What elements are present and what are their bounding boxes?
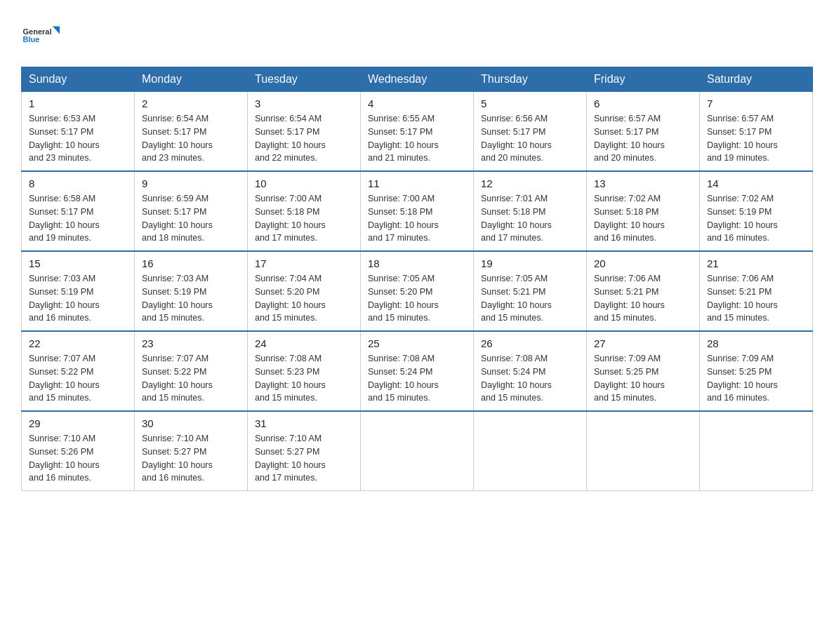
calendar-cell: 24 Sunrise: 7:08 AMSunset: 5:23 PMDaylig… xyxy=(248,331,361,411)
logo: General Blue xyxy=(21,14,60,53)
day-info: Sunrise: 7:02 AMSunset: 5:19 PMDaylight:… xyxy=(707,194,778,243)
calendar-cell: 5 Sunrise: 6:56 AMSunset: 5:17 PMDayligh… xyxy=(474,92,587,172)
calendar-cell: 22 Sunrise: 7:07 AMSunset: 5:22 PMDaylig… xyxy=(22,331,135,411)
calendar-cell: 1 Sunrise: 6:53 AMSunset: 5:17 PMDayligh… xyxy=(22,92,135,172)
calendar-cell: 12 Sunrise: 7:01 AMSunset: 5:18 PMDaylig… xyxy=(474,171,587,251)
day-info: Sunrise: 7:05 AMSunset: 5:20 PMDaylight:… xyxy=(368,274,439,323)
day-number: 26 xyxy=(481,337,579,349)
calendar-cell: 4 Sunrise: 6:55 AMSunset: 5:17 PMDayligh… xyxy=(361,92,474,172)
week-row-3: 15 Sunrise: 7:03 AMSunset: 5:19 PMDaylig… xyxy=(22,251,813,331)
day-number: 20 xyxy=(594,257,692,269)
day-number: 25 xyxy=(368,337,466,349)
calendar-cell: 16 Sunrise: 7:03 AMSunset: 5:19 PMDaylig… xyxy=(135,251,248,331)
day-info: Sunrise: 7:02 AMSunset: 5:18 PMDaylight:… xyxy=(594,194,665,243)
day-number: 23 xyxy=(142,337,240,349)
day-number: 15 xyxy=(29,257,127,269)
day-number: 28 xyxy=(707,337,805,349)
day-info: Sunrise: 7:08 AMSunset: 5:24 PMDaylight:… xyxy=(481,354,552,403)
day-info: Sunrise: 7:03 AMSunset: 5:19 PMDaylight:… xyxy=(142,274,213,323)
calendar-cell: 3 Sunrise: 6:54 AMSunset: 5:17 PMDayligh… xyxy=(248,92,361,172)
header-friday: Friday xyxy=(587,67,700,92)
calendar-cell: 21 Sunrise: 7:06 AMSunset: 5:21 PMDaylig… xyxy=(700,251,813,331)
day-number: 31 xyxy=(255,417,353,429)
calendar-cell: 7 Sunrise: 6:57 AMSunset: 5:17 PMDayligh… xyxy=(700,92,813,172)
day-info: Sunrise: 7:07 AMSunset: 5:22 PMDaylight:… xyxy=(29,354,100,403)
header-sunday: Sunday xyxy=(22,67,135,92)
day-info: Sunrise: 6:57 AMSunset: 5:17 PMDaylight:… xyxy=(594,114,665,163)
day-info: Sunrise: 6:58 AMSunset: 5:17 PMDaylight:… xyxy=(29,194,100,243)
svg-text:Blue: Blue xyxy=(23,35,40,43)
day-info: Sunrise: 7:10 AMSunset: 5:26 PMDaylight:… xyxy=(29,434,100,483)
day-number: 10 xyxy=(255,177,353,189)
day-info: Sunrise: 7:06 AMSunset: 5:21 PMDaylight:… xyxy=(707,274,778,323)
day-number: 30 xyxy=(142,417,240,429)
calendar-cell: 11 Sunrise: 7:00 AMSunset: 5:18 PMDaylig… xyxy=(361,171,474,251)
day-info: Sunrise: 7:08 AMSunset: 5:24 PMDaylight:… xyxy=(368,354,439,403)
day-number: 1 xyxy=(29,98,127,109)
day-number: 8 xyxy=(29,177,127,189)
svg-text:General: General xyxy=(23,27,52,36)
page-header: General Blue xyxy=(21,14,813,53)
calendar-cell: 2 Sunrise: 6:54 AMSunset: 5:17 PMDayligh… xyxy=(135,92,248,172)
day-number: 21 xyxy=(707,257,805,269)
day-info: Sunrise: 7:10 AMSunset: 5:27 PMDaylight:… xyxy=(255,434,326,483)
week-row-1: 1 Sunrise: 6:53 AMSunset: 5:17 PMDayligh… xyxy=(22,92,813,172)
day-number: 17 xyxy=(255,257,353,269)
day-number: 3 xyxy=(255,98,353,109)
day-number: 27 xyxy=(594,337,692,349)
calendar-cell xyxy=(474,411,587,491)
day-number: 4 xyxy=(368,98,466,109)
calendar-cell: 15 Sunrise: 7:03 AMSunset: 5:19 PMDaylig… xyxy=(22,251,135,331)
day-number: 29 xyxy=(29,417,127,429)
calendar-cell: 6 Sunrise: 6:57 AMSunset: 5:17 PMDayligh… xyxy=(587,92,700,172)
day-number: 5 xyxy=(481,98,579,109)
day-info: Sunrise: 7:08 AMSunset: 5:23 PMDaylight:… xyxy=(255,354,326,403)
calendar-cell xyxy=(700,411,813,491)
day-info: Sunrise: 7:03 AMSunset: 5:19 PMDaylight:… xyxy=(29,274,100,323)
day-info: Sunrise: 7:09 AMSunset: 5:25 PMDaylight:… xyxy=(707,354,778,403)
calendar-cell xyxy=(587,411,700,491)
calendar-cell: 8 Sunrise: 6:58 AMSunset: 5:17 PMDayligh… xyxy=(22,171,135,251)
header-saturday: Saturday xyxy=(700,67,813,92)
day-number: 9 xyxy=(142,177,240,189)
day-info: Sunrise: 6:54 AMSunset: 5:17 PMDaylight:… xyxy=(142,114,213,163)
day-info: Sunrise: 6:56 AMSunset: 5:17 PMDaylight:… xyxy=(481,114,552,163)
week-row-4: 22 Sunrise: 7:07 AMSunset: 5:22 PMDaylig… xyxy=(22,331,813,411)
week-row-5: 29 Sunrise: 7:10 AMSunset: 5:26 PMDaylig… xyxy=(22,411,813,491)
day-info: Sunrise: 7:04 AMSunset: 5:20 PMDaylight:… xyxy=(255,274,326,323)
day-info: Sunrise: 7:07 AMSunset: 5:22 PMDaylight:… xyxy=(142,354,213,403)
calendar-table: SundayMondayTuesdayWednesdayThursdayFrid… xyxy=(21,67,813,491)
calendar-cell: 26 Sunrise: 7:08 AMSunset: 5:24 PMDaylig… xyxy=(474,331,587,411)
calendar-cell: 31 Sunrise: 7:10 AMSunset: 5:27 PMDaylig… xyxy=(248,411,361,491)
day-info: Sunrise: 6:53 AMSunset: 5:17 PMDaylight:… xyxy=(29,114,100,163)
calendar-cell: 9 Sunrise: 6:59 AMSunset: 5:17 PMDayligh… xyxy=(135,171,248,251)
calendar-cell: 14 Sunrise: 7:02 AMSunset: 5:19 PMDaylig… xyxy=(700,171,813,251)
svg-marker-1 xyxy=(53,27,60,34)
day-number: 16 xyxy=(142,257,240,269)
day-number: 2 xyxy=(142,98,240,109)
week-row-2: 8 Sunrise: 6:58 AMSunset: 5:17 PMDayligh… xyxy=(22,171,813,251)
day-info: Sunrise: 7:01 AMSunset: 5:18 PMDaylight:… xyxy=(481,194,552,243)
calendar-cell: 30 Sunrise: 7:10 AMSunset: 5:27 PMDaylig… xyxy=(135,411,248,491)
calendar-cell: 27 Sunrise: 7:09 AMSunset: 5:25 PMDaylig… xyxy=(587,331,700,411)
calendar-cell: 23 Sunrise: 7:07 AMSunset: 5:22 PMDaylig… xyxy=(135,331,248,411)
header-tuesday: Tuesday xyxy=(248,67,361,92)
day-info: Sunrise: 7:06 AMSunset: 5:21 PMDaylight:… xyxy=(594,274,665,323)
day-number: 18 xyxy=(368,257,466,269)
day-number: 6 xyxy=(594,98,692,109)
day-number: 24 xyxy=(255,337,353,349)
header-wednesday: Wednesday xyxy=(361,67,474,92)
calendar-cell: 18 Sunrise: 7:05 AMSunset: 5:20 PMDaylig… xyxy=(361,251,474,331)
header-thursday: Thursday xyxy=(474,67,587,92)
day-number: 22 xyxy=(29,337,127,349)
day-info: Sunrise: 7:09 AMSunset: 5:25 PMDaylight:… xyxy=(594,354,665,403)
calendar-cell: 25 Sunrise: 7:08 AMSunset: 5:24 PMDaylig… xyxy=(361,331,474,411)
day-info: Sunrise: 7:05 AMSunset: 5:21 PMDaylight:… xyxy=(481,274,552,323)
calendar-cell: 29 Sunrise: 7:10 AMSunset: 5:26 PMDaylig… xyxy=(22,411,135,491)
logo-svg: General Blue xyxy=(21,14,60,53)
calendar-cell: 13 Sunrise: 7:02 AMSunset: 5:18 PMDaylig… xyxy=(587,171,700,251)
day-info: Sunrise: 7:00 AMSunset: 5:18 PMDaylight:… xyxy=(368,194,439,243)
day-number: 11 xyxy=(368,177,466,189)
day-number: 7 xyxy=(707,98,805,109)
header-monday: Monday xyxy=(135,67,248,92)
